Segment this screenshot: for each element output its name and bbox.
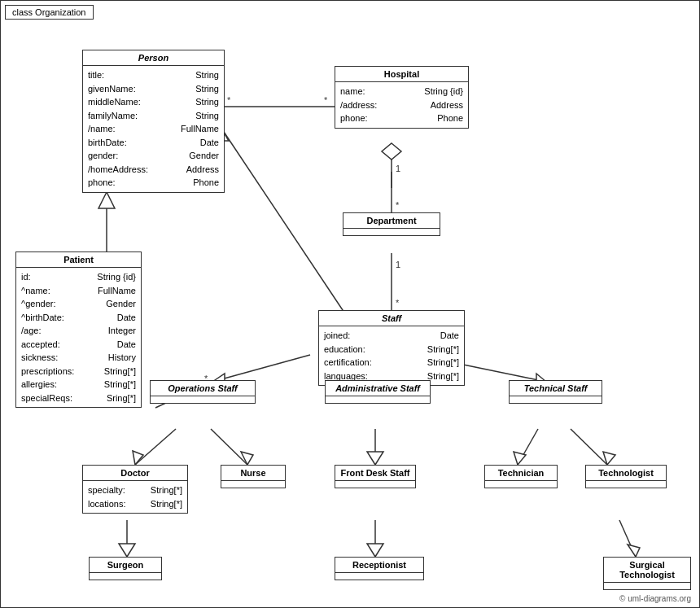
svg-text:1: 1 (396, 164, 400, 173)
surgical-technologist-class: Surgical Technologist (603, 557, 691, 590)
surgical-technologist-title: Surgical Technologist (604, 558, 690, 583)
svg-marker-31 (514, 452, 526, 465)
technical-staff-class: Technical Staff (509, 380, 602, 404)
svg-line-38 (619, 520, 636, 557)
uml-diagram: class Organization * * 1 * 1 * * * (0, 0, 700, 608)
svg-marker-33 (603, 452, 615, 465)
administrative-staff-class: Administrative Staff (325, 380, 431, 404)
patient-title: Patient (16, 252, 141, 268)
diagram-title: class Organization (5, 5, 94, 20)
department-attrs (343, 229, 440, 235)
patient-class: Patient id:String {id} ^name:FullName ^g… (15, 252, 142, 408)
hospital-class: Hospital name:String {id} /address:Addre… (335, 66, 469, 129)
person-class: Person title:String givenName:String mid… (82, 50, 225, 193)
copyright: © uml-diagrams.org (619, 594, 691, 603)
patient-attrs: id:String {id} ^name:FullName ^gender:Ge… (16, 268, 141, 407)
operations-staff-class: Operations Staff (150, 380, 256, 404)
svg-line-32 (571, 429, 607, 465)
staff-title: Staff (319, 311, 464, 326)
surgeon-class: Surgeon (89, 557, 162, 580)
doctor-title: Doctor (83, 466, 187, 481)
svg-marker-37 (367, 544, 383, 557)
person-title: Person (83, 50, 224, 66)
svg-line-13 (221, 127, 351, 322)
doctor-class: Doctor specialty:String[*] locations:Str… (82, 465, 188, 514)
svg-line-18 (212, 355, 310, 382)
svg-text:*: * (227, 95, 231, 105)
svg-marker-29 (367, 452, 383, 465)
svg-text:1: 1 (396, 260, 400, 269)
receptionist-class: Receptionist (335, 557, 424, 580)
department-title: Department (343, 213, 440, 229)
hospital-title: Hospital (335, 67, 468, 82)
surgeon-title: Surgeon (90, 558, 161, 573)
svg-marker-4 (382, 143, 401, 160)
staff-attrs: joined:Date education:String[*] certific… (319, 326, 464, 385)
technician-title: Technician (485, 466, 557, 481)
receptionist-title: Receptionist (335, 558, 423, 573)
front-desk-staff-title: Front Desk Staff (335, 466, 415, 481)
nurse-title: Nurse (221, 466, 285, 481)
svg-text:*: * (396, 298, 400, 308)
svg-text:*: * (324, 95, 328, 105)
nurse-class: Nurse (221, 465, 286, 488)
administrative-staff-title: Administrative Staff (326, 381, 430, 396)
department-class: Department (343, 212, 440, 236)
svg-line-24 (135, 429, 176, 465)
technologist-class: Technologist (585, 465, 667, 488)
hospital-attrs: name:String {id} /address:Address phone:… (335, 82, 468, 128)
person-attrs: title:String givenName:String middleName… (83, 66, 224, 192)
svg-marker-39 (628, 545, 640, 557)
svg-marker-35 (119, 544, 135, 557)
technical-staff-title: Technical Staff (510, 381, 602, 396)
svg-line-30 (518, 429, 538, 465)
staff-class: Staff joined:Date education:String[*] ce… (318, 310, 465, 386)
front-desk-staff-class: Front Desk Staff (335, 465, 416, 488)
svg-marker-25 (133, 451, 143, 465)
svg-line-26 (211, 429, 247, 465)
doctor-attrs: specialty:String[*] locations:String[*] (83, 481, 187, 513)
technician-class: Technician (484, 465, 558, 488)
operations-staff-title: Operations Staff (151, 381, 255, 396)
svg-marker-27 (241, 452, 253, 465)
svg-marker-12 (98, 192, 115, 208)
svg-text:*: * (396, 200, 400, 210)
technologist-title: Technologist (586, 466, 666, 481)
